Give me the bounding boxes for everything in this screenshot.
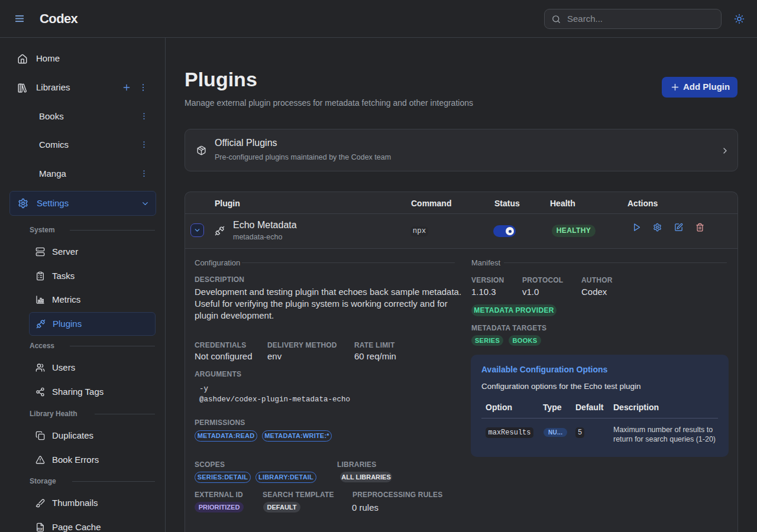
svg-text:PDF: PDF [37,528,43,531]
